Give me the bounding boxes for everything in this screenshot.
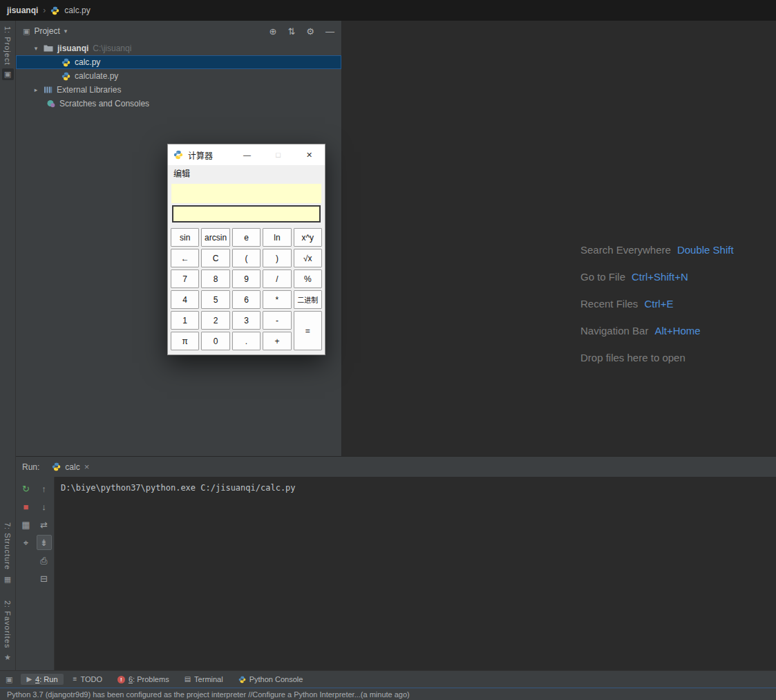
breadcrumb-file[interactable]: calc.py (64, 6, 90, 15)
calc-button-percent[interactable]: % (294, 269, 322, 288)
calc-button-ln[interactable]: ln (263, 228, 291, 247)
calculator-titlebar[interactable]: 计算器 (168, 144, 325, 165)
python-console-icon (238, 676, 246, 683)
close-button[interactable] (294, 144, 325, 165)
chevron-right-icon[interactable] (32, 87, 39, 93)
stripe-button-project[interactable]: 1: Project (2, 26, 14, 80)
toolbar-item-terminal[interactable]: Terminal (179, 674, 229, 685)
maximize-button[interactable] (263, 144, 294, 165)
tree-item-external-libraries[interactable]: External Libraries (16, 83, 341, 97)
calc-button-1[interactable]: 1 (171, 311, 199, 330)
tree-item-calculate-py[interactable]: calculate.py (16, 69, 341, 83)
locate-file-icon[interactable] (269, 27, 277, 36)
calc-button-0[interactable]: 0 (201, 332, 229, 350)
calc-button-multiply[interactable]: * (263, 290, 291, 309)
tree-item-path: C:\jisuanqi (93, 44, 131, 53)
gear-icon[interactable] (306, 27, 314, 36)
run-tab-calc[interactable]: calc (46, 457, 95, 477)
calc-button-plus[interactable]: + (263, 332, 291, 350)
calc-button-7[interactable]: 7 (171, 269, 199, 288)
toolbar-item-python-console[interactable]: Python Console (233, 674, 309, 685)
stripe-button-structure[interactable]: 7: Structure (2, 522, 14, 585)
calc-button-divide[interactable]: / (263, 269, 291, 288)
calc-button-backspace[interactable]: ← (171, 249, 199, 267)
calc-button-dot[interactable]: . (232, 332, 261, 350)
chevron-down-icon[interactable] (32, 46, 39, 52)
editor-drop-area[interactable]: Search Everywhere Double Shift Go to Fil… (343, 21, 776, 456)
calc-button-2[interactable]: 2 (201, 311, 229, 330)
terminal-icon (184, 676, 191, 683)
project-tree: jisuanqi C:\jisuanqi calc.py calculate.p… (16, 41, 341, 111)
toolbar-item-label: : Problems (133, 675, 169, 683)
toolbar-item-problems[interactable]: ! 6: Problems (112, 674, 175, 685)
calc-button-pi[interactable]: π (171, 332, 199, 350)
python-app-icon (173, 150, 183, 160)
shortcut-keys: Alt+Home (654, 325, 700, 337)
restore-layout-icon[interactable] (19, 517, 34, 532)
python-file-icon (61, 72, 70, 81)
tree-item-project-root[interactable]: jisuanqi C:\jisuanqi (16, 41, 341, 55)
calc-button-equals[interactable]: = (294, 311, 322, 350)
tool-window-switcher-icon[interactable] (6, 676, 12, 683)
calc-button-open-paren[interactable]: ( (232, 249, 261, 267)
stripe-button-favorites[interactable]: 2: Favorites (2, 600, 14, 663)
rerun-icon[interactable] (19, 481, 34, 496)
calc-button-9[interactable]: 9 (232, 269, 261, 288)
calculator-input-field[interactable] (172, 205, 321, 223)
run-panel-label: Run: (22, 462, 39, 472)
calc-button-power[interactable]: x^y (294, 228, 322, 247)
calc-button-8[interactable]: 8 (201, 269, 229, 288)
run-console-output[interactable]: D:\biye\python37\python.exe C:/jisuanqi/… (55, 477, 776, 670)
console-command-line: D:\biye\python37\python.exe C:/jisuanqi/… (61, 483, 296, 493)
calc-button-sin[interactable]: sin (171, 228, 199, 247)
left-tool-stripe: 1: Project 7: Structure 2: Favorites (0, 21, 16, 670)
clear-all-icon[interactable] (37, 571, 52, 586)
calc-button-4[interactable]: 4 (171, 290, 199, 309)
toolbar-spacer (19, 571, 34, 586)
close-tab-icon[interactable] (84, 462, 90, 471)
scroll-to-end-icon[interactable] (37, 535, 52, 550)
calc-button-arcsin[interactable]: arcsin (201, 228, 229, 247)
tree-item-calc-py[interactable]: calc.py (16, 55, 341, 69)
stop-icon[interactable] (19, 499, 34, 514)
run-icon (26, 676, 32, 683)
soft-wrap-icon[interactable] (37, 517, 52, 532)
minimize-button[interactable] (231, 144, 263, 165)
menu-edit[interactable]: 编辑 (173, 167, 190, 179)
chevron-down-icon[interactable] (64, 28, 68, 35)
calc-button-e[interactable]: e (232, 228, 261, 247)
calc-button-6[interactable]: 6 (232, 290, 261, 309)
print-icon[interactable] (37, 553, 52, 568)
calc-button-close-paren[interactable]: ) (263, 249, 291, 267)
expand-collapse-icon[interactable] (287, 27, 295, 36)
calc-button-5[interactable]: 5 (201, 290, 229, 309)
shortcut-hint-row: Search Everywhere Double Shift (580, 236, 734, 263)
calc-button-3[interactable]: 3 (232, 311, 261, 330)
shortcut-keys: Double Shift (677, 244, 734, 256)
project-panel-actions (269, 27, 334, 36)
shortcut-keys: Ctrl+Shift+N (632, 271, 688, 283)
calc-button-binary[interactable]: 二进制 (294, 290, 322, 309)
shortcut-action: Go to File (580, 271, 625, 283)
calc-button-minus[interactable]: - (263, 311, 291, 330)
tree-item-label: jisuanqi (57, 44, 88, 53)
toolbar-item-todo[interactable]: TODO (68, 674, 108, 685)
structure-tool-icon (2, 574, 14, 585)
tree-item-scratches[interactable]: Scratches and Consoles (16, 97, 341, 111)
calc-button-sqrt[interactable]: √x (294, 249, 322, 267)
calculator-menubar: 编辑 (168, 165, 325, 180)
bottom-tool-bar: 4: Run TODO ! 6: Problems Terminal Pytho… (0, 670, 776, 688)
configure-interpreter-link[interactable]: Configure a Python Interpreter... (252, 690, 361, 699)
hide-panel-icon[interactable] (325, 27, 334, 36)
stripe-label-project: 1: Project (3, 26, 12, 65)
window-titlebar: jisuanqi › calc.py (0, 0, 776, 21)
breadcrumb-separator: › (43, 6, 46, 15)
breadcrumb-project[interactable]: jisuanqi (7, 6, 38, 15)
status-message: Python 3.7 (djangotr9d9) has been config… (7, 690, 252, 699)
prev-occurrence-icon[interactable] (37, 481, 52, 496)
pin-tab-icon[interactable] (19, 535, 34, 550)
next-occurrence-icon[interactable] (37, 499, 52, 514)
toolbar-item-run[interactable]: 4: Run (21, 674, 63, 685)
project-panel-title[interactable]: Project (34, 26, 59, 36)
calc-button-clear[interactable]: C (201, 249, 229, 267)
